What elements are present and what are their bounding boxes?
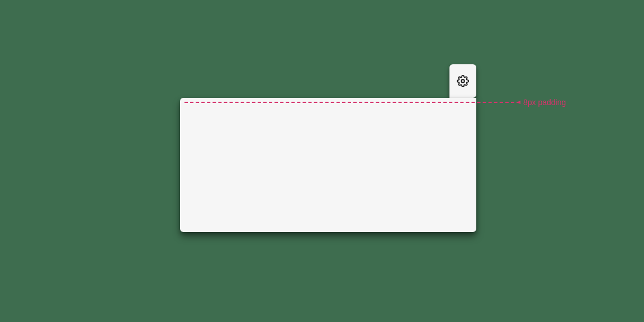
padding-guide-line	[184, 102, 520, 103]
settings-button-box[interactable]	[449, 64, 476, 98]
diagram-container: 8px padding	[180, 64, 476, 249]
padding-annotation-label: 8px padding	[523, 98, 566, 107]
arrow-left-icon	[517, 101, 520, 104]
svg-point-0	[461, 79, 465, 83]
gear-icon	[457, 75, 469, 87]
main-panel	[180, 98, 476, 232]
